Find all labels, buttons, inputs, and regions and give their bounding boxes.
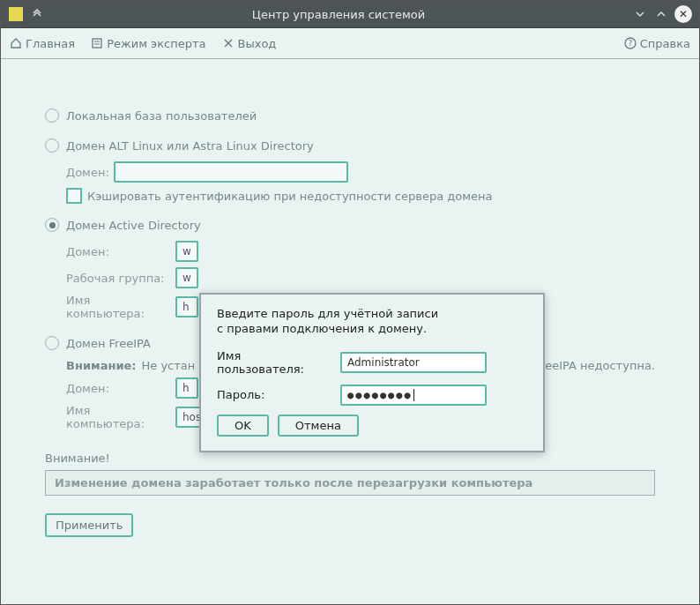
radio-ad-input[interactable] [45, 218, 59, 232]
maximize-icon[interactable] [653, 6, 669, 22]
freeipa-warning-label: Внимание: [66, 359, 137, 372]
radio-ad[interactable]: Домен Active Directory [45, 218, 655, 232]
main-content: Локальная база пользователей Домен ALT L… [1, 59, 699, 604]
svg-text:?: ? [628, 39, 632, 48]
ad-workgroup-input[interactable]: w [175, 267, 198, 288]
expert-mode-button[interactable]: Режим эксперта [91, 37, 205, 50]
help-icon: ? [624, 37, 637, 49]
dialog-message: Введите пароль для учётной записи с прав… [217, 307, 527, 337]
help-button[interactable]: ? Справка [624, 37, 690, 50]
radio-local-label: Локальная база пользователей [66, 109, 257, 123]
help-label: Справка [640, 37, 690, 50]
exit-label: Выход [238, 37, 277, 50]
freeipa-hostname-label: Имя компьютера: [66, 404, 170, 430]
svg-rect-0 [93, 39, 101, 48]
password-label: Пароль: [217, 388, 331, 401]
cache-auth-checkbox[interactable] [66, 188, 82, 204]
radio-alt-label: Домен ALT Linux или Astra Linux Director… [66, 139, 314, 153]
home-button[interactable]: Главная [10, 37, 75, 50]
username-label: Имя пользователя: [217, 349, 331, 376]
freeipa-warning-text: Не устан [142, 359, 196, 372]
cancel-button[interactable]: Отмена [278, 415, 359, 437]
titlebar: Центр управления системой ✕ [1, 1, 699, 28]
text-caret [413, 389, 414, 401]
radio-local-input[interactable] [45, 108, 59, 123]
close-icon[interactable]: ✕ [674, 5, 692, 23]
rollup-icon[interactable] [29, 6, 45, 22]
ad-hostname-input[interactable]: h [175, 296, 198, 317]
alt-sub: Домен: Кэшировать аутентификацию при нед… [66, 161, 655, 204]
notice-box: Изменение домена заработает только после… [45, 470, 655, 496]
radio-alt[interactable]: Домен ALT Linux или Astra Linux Director… [45, 138, 655, 153]
radio-ad-label: Домен Active Directory [66, 219, 201, 232]
freeipa-domain-input[interactable]: h [175, 377, 198, 399]
radio-freeipa-input[interactable] [45, 336, 59, 350]
ok-button[interactable]: OK [217, 415, 269, 437]
attention-label: Внимание! [45, 452, 655, 465]
exit-button[interactable]: Выход [222, 37, 277, 50]
ad-hostname-label: Имя компьютера: [66, 294, 170, 320]
ad-workgroup-label: Рабочая группа: [66, 272, 170, 285]
radio-local[interactable]: Локальная база пользователей [45, 108, 655, 123]
radio-freeipa-label: Домен FreeIPA [66, 337, 151, 350]
attention-section: Внимание! Изменение домена заработает то… [45, 452, 655, 496]
alt-domain-label: Домен: [66, 166, 108, 179]
username-input[interactable]: Administrator [340, 352, 487, 373]
window-title: Центр управления системой [45, 8, 632, 21]
toolbar: Главная Режим эксперта Выход ? Справка [1, 28, 699, 59]
app-window: Центр управления системой ✕ Главная Режи… [0, 0, 700, 605]
exit-icon [222, 37, 235, 49]
apply-button[interactable]: Применить [45, 513, 133, 537]
radio-alt-input[interactable] [45, 138, 59, 153]
expert-label: Режим эксперта [107, 37, 205, 50]
home-icon [10, 37, 22, 49]
dialog-message-l2: с правами подключения к домену. [217, 322, 427, 335]
auth-dialog: Введите пароль для учётной записи с прав… [199, 293, 545, 452]
alt-domain-input[interactable] [114, 161, 348, 183]
app-icon [8, 6, 24, 22]
home-label: Главная [26, 37, 75, 50]
ad-domain-label: Домен: [66, 245, 170, 258]
freeipa-domain-label: Домен: [66, 382, 170, 395]
dialog-message-l1: Введите пароль для учётной записи [217, 307, 438, 320]
minimize-icon[interactable] [632, 6, 648, 22]
ad-domain-input[interactable]: w [175, 241, 198, 262]
password-input[interactable]: ●●●●●●●● [340, 385, 487, 406]
expert-icon [91, 37, 103, 49]
cache-auth-label: Кэшировать аутентификацию при недоступно… [87, 190, 492, 203]
